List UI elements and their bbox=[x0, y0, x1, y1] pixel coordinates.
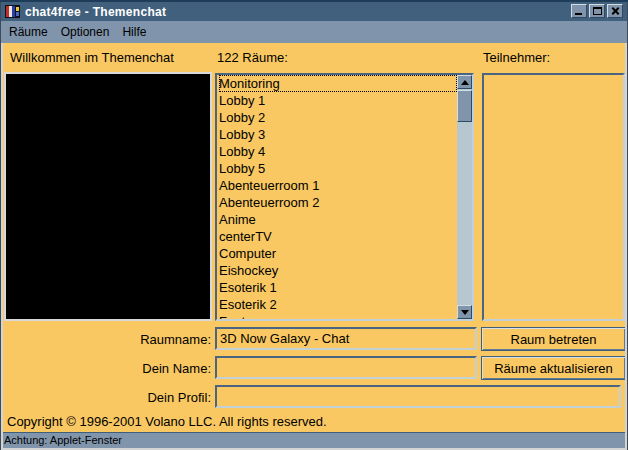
your-name-input[interactable] bbox=[215, 356, 477, 379]
scrollbar-thumb[interactable] bbox=[457, 90, 472, 122]
menu-item-optionen[interactable]: Optionen bbox=[61, 24, 110, 40]
banner-area bbox=[4, 72, 212, 321]
room-list-item[interactable]: Abenteuerroom 2 bbox=[219, 194, 457, 211]
scroll-up-button[interactable] bbox=[457, 75, 472, 89]
rooms-scrollbar[interactable] bbox=[457, 75, 472, 319]
your-profile-label: Dein Profil: bbox=[0, 390, 211, 405]
room-list-item[interactable]: Esoterik 2 bbox=[219, 296, 457, 313]
window-frame-left bbox=[0, 2, 1, 450]
room-list-item[interactable]: Lobby 1 bbox=[219, 92, 457, 109]
close-button[interactable] bbox=[607, 4, 623, 18]
room-list-item[interactable]: Lobby 5 bbox=[219, 160, 457, 177]
room-list-item[interactable]: Lobby 3 bbox=[219, 126, 457, 143]
menu-item-raeume[interactable]: Räume bbox=[9, 24, 48, 40]
window-title: chat4free - Themenchat bbox=[25, 5, 166, 19]
rooms-count-label: 122 Räume: bbox=[217, 50, 288, 65]
room-name-input[interactable] bbox=[215, 327, 477, 350]
refresh-rooms-button[interactable]: Räume aktualisieren bbox=[481, 356, 626, 380]
arrow-down-icon bbox=[461, 310, 469, 315]
participants-list-items bbox=[484, 75, 623, 319]
app-icon bbox=[5, 5, 20, 18]
menu-item-hilfe[interactable]: Hilfe bbox=[122, 24, 146, 40]
maximize-icon bbox=[593, 7, 602, 15]
room-list-item[interactable]: Anime bbox=[219, 211, 457, 228]
enter-room-button[interactable]: Raum betreten bbox=[481, 327, 626, 351]
room-list-item[interactable]: Eishockey bbox=[219, 262, 457, 279]
application-window: { "window": { "title": "chat4free - Them… bbox=[0, 0, 628, 450]
room-name-label: Raumname: bbox=[0, 332, 211, 347]
rooms-list-items: MonitoringLobby 1Lobby 2Lobby 3Lobby 4Lo… bbox=[217, 75, 457, 319]
arrow-up-icon bbox=[461, 80, 469, 85]
participants-label: Teilnehmer: bbox=[483, 50, 550, 65]
room-list-item[interactable]: Monitoring bbox=[219, 75, 457, 92]
room-list-item[interactable]: Fantasy bbox=[219, 313, 457, 319]
minimize-button[interactable] bbox=[571, 4, 587, 18]
status-bar: Achtung: Applet-Fenster bbox=[1, 432, 627, 448]
participants-list[interactable] bbox=[482, 73, 625, 321]
menu-bar: Räume Optionen Hilfe bbox=[1, 21, 627, 43]
your-name-label: Dein Name: bbox=[0, 361, 211, 376]
title-bar[interactable]: chat4free - Themenchat bbox=[1, 2, 627, 21]
room-list-item[interactable]: Lobby 4 bbox=[219, 143, 457, 160]
your-profile-input[interactable] bbox=[215, 385, 621, 408]
maximize-button[interactable] bbox=[589, 4, 605, 18]
scroll-down-button[interactable] bbox=[457, 305, 472, 319]
room-list-item[interactable]: Esoterik 1 bbox=[219, 279, 457, 296]
copyright-text: Copyright © 1996-2001 Volano LLC. All ri… bbox=[7, 414, 327, 429]
rooms-list[interactable]: MonitoringLobby 1Lobby 2Lobby 3Lobby 4Lo… bbox=[215, 73, 474, 321]
room-list-item[interactable]: centerTV bbox=[219, 228, 457, 245]
minimize-icon bbox=[575, 13, 582, 15]
room-list-item[interactable]: Computer bbox=[219, 245, 457, 262]
room-list-item[interactable]: Abenteuerroom 1 bbox=[219, 177, 457, 194]
welcome-label: Willkommen im Themenchat bbox=[10, 50, 174, 65]
room-list-item[interactable]: Lobby 2 bbox=[219, 109, 457, 126]
